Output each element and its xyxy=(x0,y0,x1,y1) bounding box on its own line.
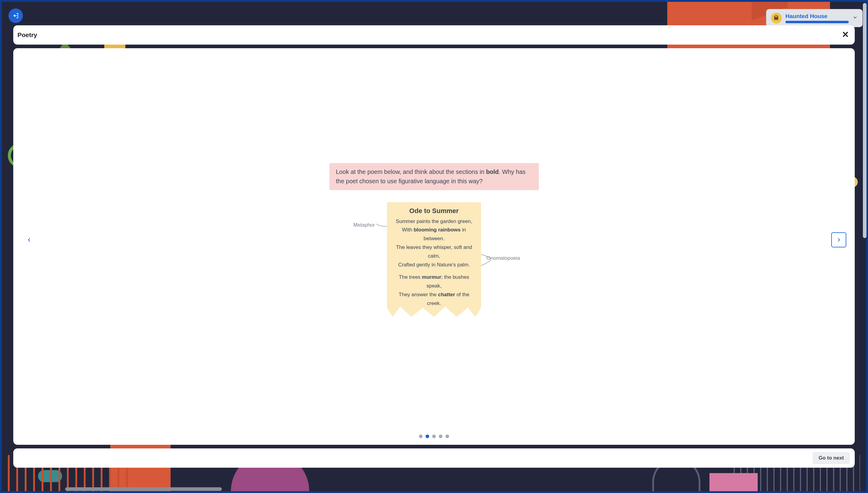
slide-pager xyxy=(13,431,855,445)
lesson-content-card: Look at the poem below, and think about … xyxy=(13,48,855,445)
lesson-title-bar: Poetry xyxy=(13,25,855,45)
level-progress-track xyxy=(785,21,849,23)
poem-line: They answer the chatter of the creek. xyxy=(392,291,476,308)
close-icon xyxy=(842,30,849,38)
poem-line: The leaves they whisper, soft and calm, xyxy=(392,243,476,261)
poem-line: The trees murmur; the bushes speak, xyxy=(392,273,476,291)
poem-container: Metaphor Onomatopoeia xyxy=(387,202,481,317)
annotation-metaphor: Metaphor xyxy=(353,222,375,228)
slide-content: Look at the poem below, and think about … xyxy=(325,163,542,317)
level-widget[interactable]: 🏛 Haunted House xyxy=(766,9,863,27)
action-bar: Go to next xyxy=(13,448,855,468)
pager-dot[interactable] xyxy=(419,434,422,438)
annotation-onomatopoeia: Onomatopoeia xyxy=(486,255,520,261)
poem-card: Ode to Summer Summer paints the garden g… xyxy=(387,202,481,317)
horizontal-scrollbar[interactable] xyxy=(2,487,862,491)
exit-icon xyxy=(13,12,19,19)
level-title: Haunted House xyxy=(785,13,849,20)
scrollbar-thumb[interactable] xyxy=(65,487,222,491)
level-badge-icon: 🏛 xyxy=(771,13,782,23)
level-progress-fill xyxy=(785,21,849,23)
chevron-right-icon xyxy=(836,237,842,242)
pager-dot[interactable] xyxy=(439,434,442,438)
prompt-pre: Look at the poem below, and think about … xyxy=(336,168,486,175)
next-slide-button[interactable] xyxy=(831,232,846,248)
close-button[interactable] xyxy=(842,30,849,40)
poem-title: Ode to Summer xyxy=(392,207,476,215)
vertical-scrollbar[interactable] xyxy=(863,2,867,491)
go-to-next-button[interactable]: Go to next xyxy=(812,452,850,464)
lesson-title: Poetry xyxy=(18,31,37,39)
exit-button[interactable] xyxy=(8,8,23,23)
poem-line: Crafted gently in Nature's palm. xyxy=(392,261,476,270)
prompt-bold: bold xyxy=(486,168,499,175)
chevron-left-icon xyxy=(26,237,32,242)
pager-dot[interactable] xyxy=(432,434,436,438)
prompt-text: Look at the poem below, and think about … xyxy=(329,163,539,190)
pager-dot[interactable] xyxy=(446,434,449,438)
poem-line: With blooming rainbows in between. xyxy=(392,226,476,243)
poem-line: Summer paints the garden green, xyxy=(392,217,476,226)
scrollbar-thumb[interactable] xyxy=(863,3,867,238)
chevron-down-icon xyxy=(852,15,858,21)
pager-dot[interactable] xyxy=(426,434,429,438)
prev-slide-button[interactable] xyxy=(22,232,37,248)
